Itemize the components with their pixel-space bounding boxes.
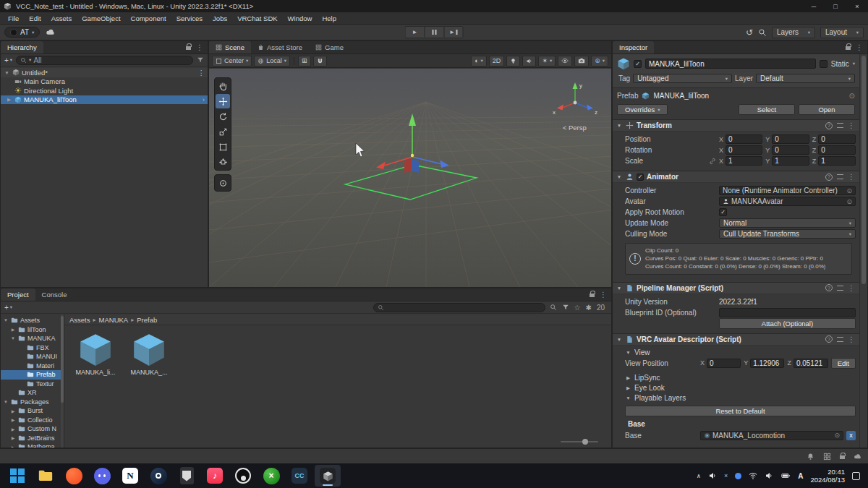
context-menu-icon[interactable]: ⋮ — [848, 173, 855, 181]
open-button[interactable]: Open — [799, 104, 855, 115]
scene-menu-icon[interactable]: ⋮ — [198, 69, 205, 77]
fold-closed-icon[interactable]: ▶ — [6, 97, 12, 103]
prefab-name[interactable]: MANUKA_lilToon — [653, 92, 709, 100]
fold-open-icon[interactable]: ▼ — [4, 70, 10, 75]
tab-game[interactable]: Game — [309, 41, 350, 53]
lock-icon[interactable] — [846, 46, 851, 50]
grid-snap-button[interactable]: ⊞ — [298, 56, 311, 67]
unity-taskbar-button[interactable] — [315, 465, 341, 487]
avatar-object[interactable] — [404, 158, 419, 173]
move-tool-button[interactable] — [216, 94, 230, 108]
position-x-field[interactable]: 0 — [726, 134, 762, 144]
presets-icon[interactable] — [837, 286, 843, 291]
tab-scene[interactable]: Scene — [209, 41, 251, 53]
lipsync-foldout[interactable]: ▶ LipSync — [616, 373, 856, 383]
animator-enabled-checkbox[interactable]: ✓ — [637, 174, 644, 181]
descriptor-header[interactable]: ▼ VRC Avatar Descriptor (Script) ?⋮ — [613, 333, 859, 346]
folder-textures[interactable]: Textur — [1, 380, 64, 389]
filter-icon[interactable] — [197, 56, 204, 64]
start-button[interactable] — [4, 465, 30, 487]
slider-thumb[interactable] — [582, 439, 588, 445]
ime-indicator[interactable]: A — [798, 472, 803, 480]
folder-materials[interactable]: Materi — [1, 361, 64, 371]
hierarchy-item-main-camera[interactable]: Main Camera — [1, 77, 208, 87]
rotation-y-field[interactable]: 0 — [772, 145, 809, 155]
scale-tool-button[interactable] — [216, 124, 230, 139]
menu-jobs[interactable]: Jobs — [208, 12, 232, 24]
obs-button[interactable] — [230, 465, 256, 487]
folder-collections[interactable]: ▶Collectio — [1, 416, 64, 425]
wifi-icon[interactable] — [749, 471, 757, 480]
tray-x-icon[interactable]: × — [724, 472, 728, 479]
active-checkbox[interactable]: ✓ — [634, 60, 642, 68]
layers-dropdown[interactable]: Layers ▾ — [772, 27, 815, 38]
help-icon[interactable]: ? — [825, 284, 833, 291]
thumbnail-zoom-slider[interactable] — [561, 441, 598, 442]
create-asset-button[interactable]: +▾ — [4, 304, 12, 312]
discord-button[interactable] — [89, 465, 115, 487]
avatar-field[interactable]: MANUKAAvatar⊙ — [719, 197, 856, 206]
file-explorer-button[interactable] — [33, 465, 59, 487]
presets-icon[interactable] — [837, 123, 843, 128]
tab-hierarchy[interactable]: Hierarchy — [1, 41, 43, 53]
cloud-button[interactable] — [46, 27, 55, 37]
search-icon[interactable] — [758, 28, 767, 37]
panel-menu-icon[interactable]: ⋮ — [196, 43, 203, 51]
menu-window[interactable]: Window — [283, 12, 318, 24]
prefab-open-arrow-icon[interactable]: › — [203, 95, 205, 103]
context-menu-icon[interactable]: ⋮ — [848, 284, 855, 292]
camera-settings-button[interactable] — [574, 56, 589, 67]
lighting-toggle[interactable] — [506, 56, 520, 67]
eyelook-foldout[interactable]: ▶ Eye Look — [616, 383, 856, 393]
undo-history-icon[interactable]: ↺ — [746, 27, 753, 38]
space-dropdown[interactable]: Local ▾ — [254, 56, 290, 67]
base-motion-field[interactable]: MANUKA_Locomotion ⊙ — [700, 431, 843, 440]
view-x-field[interactable]: 0 — [707, 359, 741, 368]
menu-component[interactable]: Component — [126, 12, 171, 24]
notification-center-icon[interactable] — [852, 472, 860, 480]
creative-cloud-button[interactable]: CC — [286, 465, 312, 487]
object-picker-icon[interactable]: ⊙ — [846, 187, 852, 194]
folder-custom[interactable]: ▶Custom N — [1, 424, 64, 434]
blueprint-id-field[interactable] — [719, 308, 856, 317]
menu-assets[interactable]: Assets — [46, 12, 77, 24]
lock-icon[interactable] — [186, 46, 191, 50]
rotation-z-field[interactable]: 0 — [818, 145, 856, 155]
minimize-button[interactable]: ─ — [803, 0, 825, 12]
effects-dropdown[interactable]: ✶▾ — [538, 56, 556, 67]
step-button[interactable]: ► — [444, 26, 464, 38]
fold-open-icon[interactable]: ▼ — [616, 286, 623, 291]
asset-item-manuka-liltoon[interactable]: MANUKA_li... — [73, 331, 118, 376]
help-icon[interactable]: ? — [825, 335, 833, 343]
menu-gameobject[interactable]: GameObject — [77, 12, 125, 24]
package-manager-icon[interactable] — [823, 453, 831, 461]
lock-icon[interactable] — [840, 455, 845, 459]
audio-toggle[interactable] — [522, 56, 536, 67]
clock[interactable]: 20:41 2024/08/13 — [810, 468, 845, 484]
presets-icon[interactable] — [837, 174, 843, 179]
transform-tool-button[interactable] — [216, 155, 230, 169]
animator-header[interactable]: ▼ ✓ Animator ?⋮ — [613, 171, 859, 183]
context-menu-icon[interactable]: ⋮ — [848, 335, 855, 343]
menu-file[interactable]: File — [3, 12, 24, 24]
scene-row[interactable]: ▼ Untitled* ⋮ — [1, 68, 208, 77]
menu-edit[interactable]: Edit — [24, 12, 46, 24]
inspector-scrollbar[interactable] — [859, 54, 867, 448]
controller-field[interactable]: None (Runtime Animator Controller)⊙ — [719, 186, 856, 195]
folder-xr[interactable]: XR — [1, 388, 64, 398]
reset-to-default-button[interactable]: Reset to Default — [625, 406, 856, 416]
hidden-items-count[interactable]: 20 — [597, 304, 605, 312]
scene-viewport[interactable]: y x z < Persp — [209, 69, 611, 287]
object-picker-icon[interactable]: ⊙ — [846, 198, 852, 205]
presets-icon[interactable] — [837, 337, 843, 342]
hierarchy-search-input[interactable]: ▾ All — [16, 56, 193, 65]
tab-asset-store[interactable]: Asset Store — [251, 41, 309, 53]
tray-app-dot-icon[interactable] — [735, 473, 741, 479]
scale-y-field[interactable]: 1 — [772, 156, 809, 166]
panel-menu-icon[interactable]: ⋮ — [856, 43, 863, 51]
static-caret-icon[interactable]: ▾ — [853, 61, 855, 67]
menu-vrchat-sdk[interactable]: VRChat SDK — [232, 12, 282, 24]
scene-3d-canvas[interactable]: y x z < Persp — [209, 69, 611, 287]
tray-speaker-icon[interactable] — [708, 471, 717, 480]
volume-icon[interactable] — [765, 471, 773, 480]
